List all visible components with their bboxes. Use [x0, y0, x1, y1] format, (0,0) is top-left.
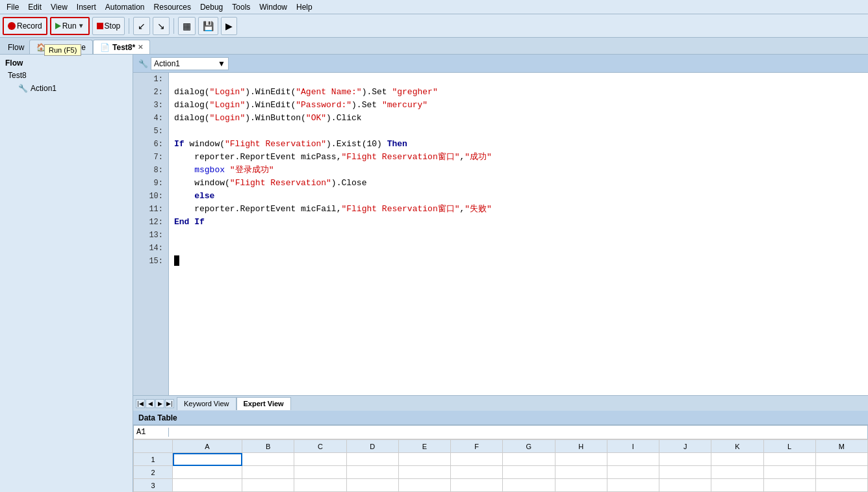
- cell-f2[interactable]: [451, 466, 503, 479]
- nav-prev-icon[interactable]: ◀: [146, 399, 155, 408]
- cell-f3[interactable]: [451, 479, 503, 492]
- cell-k1[interactable]: [711, 453, 763, 466]
- cell-k2[interactable]: [711, 466, 763, 479]
- nav-next-icon[interactable]: ▶: [155, 399, 164, 408]
- nav-last-icon[interactable]: ▶|: [165, 399, 174, 408]
- toolbar-btn-step[interactable]: ↙: [133, 17, 150, 35]
- cell-l2[interactable]: [763, 466, 815, 479]
- col-header-g[interactable]: G: [503, 440, 555, 453]
- ln-10: 10:: [133, 190, 168, 203]
- cell-c3[interactable]: [294, 479, 346, 492]
- code-line-1: [174, 73, 863, 86]
- record-icon: [8, 22, 16, 30]
- menu-view[interactable]: View: [47, 2, 71, 12]
- cell-b2[interactable]: [242, 466, 294, 479]
- code-editor[interactable]: 1: 2: 3: 4: 5: 6: 7: 8: 9: 10: 11: 12: 1…: [133, 73, 868, 395]
- col-header-a[interactable]: A: [173, 440, 242, 453]
- run-dropdown-icon[interactable]: ▼: [78, 22, 84, 29]
- menu-insert[interactable]: Insert: [73, 2, 100, 12]
- test8-tree-item[interactable]: Test8: [0, 69, 133, 82]
- cell-e1[interactable]: [398, 453, 450, 466]
- action-selector[interactable]: Action1 ▼: [151, 57, 229, 70]
- cell-j3[interactable]: [659, 479, 711, 492]
- cell-h1[interactable]: [555, 453, 607, 466]
- tab-expert-view[interactable]: Expert View: [236, 397, 291, 410]
- col-header-e[interactable]: E: [398, 440, 450, 453]
- code-line-3: dialog("Login").WinEdit("Password:").Set…: [174, 99, 863, 112]
- step2-icon: ↘: [157, 21, 165, 31]
- cell-a1[interactable]: [173, 453, 242, 466]
- tab-keyword-view[interactable]: Keyword View: [177, 397, 236, 410]
- code-line-2: dialog("Login").WinEdit("Agent Name:").S…: [174, 86, 863, 99]
- cell-f1[interactable]: [451, 453, 503, 466]
- cell-m2[interactable]: [815, 466, 867, 479]
- cell-b3[interactable]: [242, 479, 294, 492]
- cell-j2[interactable]: [659, 466, 711, 479]
- toolbar-btn-grid[interactable]: ▦: [178, 17, 196, 35]
- toolbar-btn-save[interactable]: 💾: [198, 17, 218, 35]
- cell-m3[interactable]: [815, 479, 867, 492]
- cell-k3[interactable]: [711, 479, 763, 492]
- cell-c2[interactable]: [294, 466, 346, 479]
- col-header-d[interactable]: D: [346, 440, 398, 453]
- code-content[interactable]: dialog("Login").WinEdit("Agent Name:").S…: [169, 73, 868, 395]
- run-label: Run: [62, 21, 77, 31]
- col-header-f[interactable]: F: [451, 440, 503, 453]
- cell-j1[interactable]: [659, 453, 711, 466]
- cell-d3[interactable]: [346, 479, 398, 492]
- cell-i1[interactable]: [607, 453, 659, 466]
- menu-help[interactable]: Help: [292, 2, 316, 12]
- stop-icon: [97, 23, 103, 29]
- cell-e2[interactable]: [398, 466, 450, 479]
- cell-i2[interactable]: [607, 466, 659, 479]
- menu-resources[interactable]: Resources: [150, 2, 195, 12]
- cell-a2[interactable]: [173, 466, 242, 479]
- cell-h3[interactable]: [555, 479, 607, 492]
- col-header-l[interactable]: L: [763, 440, 815, 453]
- cell-value-input[interactable]: [169, 428, 865, 437]
- col-header-h[interactable]: H: [555, 440, 607, 453]
- col-header-c[interactable]: C: [294, 440, 346, 453]
- line-numbers: 1: 2: 3: 4: 5: 6: 7: 8: 9: 10: 11: 12: 1…: [133, 73, 169, 395]
- toolbar-btn-extra[interactable]: ▶: [221, 17, 237, 35]
- col-header-i[interactable]: I: [607, 440, 659, 453]
- col-header-b[interactable]: B: [242, 440, 294, 453]
- stop-button[interactable]: Stop: [92, 17, 125, 35]
- cell-d2[interactable]: [346, 466, 398, 479]
- cell-l1[interactable]: [763, 453, 815, 466]
- run-button[interactable]: Run ▼: [50, 17, 90, 35]
- cell-g3[interactable]: [503, 479, 555, 492]
- col-header-j[interactable]: J: [659, 440, 711, 453]
- spreadsheet[interactable]: A B C D E F G H I J K L M: [133, 439, 868, 492]
- ln-7: 7:: [133, 151, 168, 164]
- record-button[interactable]: Record: [3, 17, 47, 35]
- menu-automation[interactable]: Automation: [101, 2, 149, 12]
- action1-tree-item[interactable]: 🔧 Action1: [0, 82, 133, 95]
- cell-c1[interactable]: [294, 453, 346, 466]
- cell-d1[interactable]: [346, 453, 398, 466]
- cell-g2[interactable]: [503, 466, 555, 479]
- tab-start-page[interactable]: 🏠 Start Page: [29, 40, 93, 54]
- menu-window[interactable]: Window: [255, 2, 291, 12]
- menu-edit[interactable]: Edit: [24, 2, 45, 12]
- menu-tools[interactable]: Tools: [228, 2, 254, 12]
- nav-first-icon[interactable]: |◀: [136, 399, 145, 408]
- menu-file[interactable]: File: [3, 2, 23, 12]
- col-header-m[interactable]: M: [815, 440, 867, 453]
- cell-m1[interactable]: [815, 453, 867, 466]
- cell-i3[interactable]: [607, 479, 659, 492]
- toolbar-btn-step2[interactable]: ↘: [153, 17, 170, 35]
- ln-11: 11:: [133, 203, 168, 216]
- tab-test8[interactable]: 📄 Test8* ✕: [93, 40, 150, 54]
- cell-h2[interactable]: [555, 466, 607, 479]
- tab-close-icon[interactable]: ✕: [138, 44, 143, 51]
- cell-e3[interactable]: [398, 479, 450, 492]
- cell-a3[interactable]: [173, 479, 242, 492]
- cell-g1[interactable]: [503, 453, 555, 466]
- col-header-k[interactable]: K: [711, 440, 763, 453]
- cell-b1[interactable]: [242, 453, 294, 466]
- action-selector-value: Action1: [154, 59, 180, 68]
- ln-6: 6:: [133, 138, 168, 151]
- menu-debug[interactable]: Debug: [196, 2, 227, 12]
- cell-l3[interactable]: [763, 479, 815, 492]
